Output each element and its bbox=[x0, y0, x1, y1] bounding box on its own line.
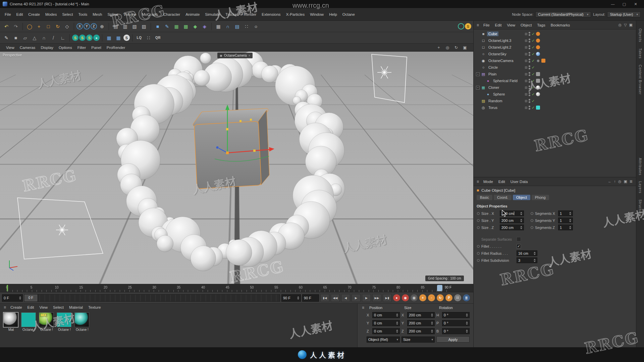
redo-icon[interactable]: ↷ bbox=[11, 22, 20, 31]
material-item[interactable]: Octane ! bbox=[74, 312, 90, 331]
key-pla-toggle[interactable]: ∷ bbox=[454, 294, 461, 301]
spinner-arrows[interactable] bbox=[431, 313, 433, 317]
close-button[interactable]: ✕ bbox=[630, 0, 641, 8]
dots-button[interactable]: ∷ bbox=[242, 22, 251, 31]
object-row-octanelight-2[interactable]: □OctaneLight.2✓ bbox=[474, 44, 636, 51]
coord-value-field[interactable]: 0 ° bbox=[442, 312, 470, 318]
spinner-arrows[interactable] bbox=[534, 259, 536, 262]
spinner-arrows[interactable] bbox=[569, 219, 571, 222]
knife-icon[interactable]: / bbox=[49, 34, 58, 42]
layer-color-chip[interactable] bbox=[525, 80, 527, 82]
cube-icon[interactable]: ■ bbox=[11, 34, 20, 42]
tab-phong[interactable]: Phong bbox=[532, 195, 549, 200]
add-cube-button[interactable]: ■ bbox=[153, 22, 162, 31]
preview-range-marker[interactable] bbox=[437, 285, 442, 291]
menu-edit[interactable]: Edit bbox=[14, 11, 26, 17]
visibility-dots[interactable] bbox=[529, 79, 530, 83]
object-row-plain[interactable]: −▤Plain✓ bbox=[474, 71, 636, 77]
tag-white-sphere[interactable] bbox=[536, 92, 540, 96]
plane-icon[interactable]: ▱ bbox=[21, 34, 30, 42]
spinner-arrows[interactable] bbox=[520, 219, 522, 222]
object-row-octanecamera[interactable]: ◉OctaneCamera✓⊕ bbox=[474, 57, 636, 64]
enabled-check-icon[interactable]: ✓ bbox=[532, 79, 535, 83]
viewport-menu-panel[interactable]: Panel bbox=[89, 45, 104, 51]
material-menu-material[interactable]: Material bbox=[66, 304, 86, 310]
viewport-menu-cameras[interactable]: Cameras bbox=[17, 45, 38, 51]
enabled-check-icon[interactable]: ✓ bbox=[532, 45, 535, 50]
spinner-arrows[interactable] bbox=[466, 313, 468, 317]
search-icon[interactable]: ◎ bbox=[619, 23, 622, 27]
menu-animate[interactable]: Animate bbox=[183, 11, 202, 17]
menu-mesh[interactable]: Mesh bbox=[90, 11, 105, 17]
coord-value-field[interactable]: 0 cm bbox=[372, 328, 400, 334]
object-manager-panel-menu-icon[interactable]: ≡ bbox=[475, 23, 481, 27]
object-name[interactable]: Torus bbox=[487, 105, 499, 110]
animation-dot-icon[interactable] bbox=[477, 252, 480, 255]
layer-color-chip[interactable] bbox=[525, 40, 527, 42]
menu-create[interactable]: Create bbox=[25, 11, 43, 17]
tab-object[interactable]: Object bbox=[513, 195, 530, 200]
spinner-arrows[interactable] bbox=[466, 329, 468, 333]
range-end-field[interactable]: 90 F bbox=[281, 294, 301, 302]
enabled-check-icon[interactable]: ✓ bbox=[532, 106, 535, 110]
size-field[interactable]: 200 cm bbox=[500, 218, 524, 223]
object-row-circle[interactable]: ○Circle✓ bbox=[474, 64, 636, 71]
coord-value-field[interactable]: 200 cm bbox=[407, 312, 435, 318]
object-row-cloner[interactable]: −▦Cloner✓ bbox=[474, 84, 636, 91]
key-position-toggle[interactable]: + bbox=[419, 294, 426, 301]
object-name[interactable]: OctaneLight.3 bbox=[487, 38, 513, 43]
rotate-view-icon[interactable]: ↻ bbox=[453, 45, 459, 50]
octane-s-icon[interactable]: S bbox=[123, 35, 130, 41]
coord-value-field[interactable]: 0 cm bbox=[372, 320, 400, 326]
undo-icon[interactable]: ↶ bbox=[2, 22, 11, 31]
rotate-tool[interactable]: ↻ bbox=[53, 22, 62, 31]
key-parameter-toggle[interactable]: P bbox=[445, 294, 452, 301]
object-name[interactable]: Sphere bbox=[492, 92, 506, 97]
coord-value-field[interactable]: 0 ° bbox=[442, 328, 470, 334]
coord-value-field[interactable]: 200 cm bbox=[407, 320, 435, 326]
material-thumbnail[interactable] bbox=[21, 312, 36, 327]
next-key-button[interactable]: ▶▶ bbox=[372, 294, 381, 302]
animation-dot-icon[interactable] bbox=[531, 219, 533, 222]
panel-tab-takes[interactable]: Takes bbox=[638, 45, 642, 62]
visibility-dots[interactable] bbox=[529, 106, 530, 110]
keyframe-selection-button[interactable]: ▦ bbox=[411, 294, 418, 301]
layer-color-chip[interactable] bbox=[525, 46, 527, 49]
viewport-menu-filter[interactable]: Filter bbox=[75, 45, 89, 51]
perspective-viewport[interactable]: Perspective ◉ OctaneCamera + Grid Spacin… bbox=[0, 52, 473, 284]
coord-value-field[interactable]: 0 ° bbox=[442, 320, 470, 326]
magnet-icon[interactable]: ∩ bbox=[40, 34, 48, 42]
menu-extensions[interactable]: Extensions bbox=[259, 11, 283, 17]
timeline-ruler[interactable]: 051015202530354045505560657075808590 F bbox=[0, 284, 473, 292]
timeline-layout-button[interactable]: ≣ bbox=[463, 294, 470, 301]
coord-size-dropdown[interactable]: Size▾ bbox=[401, 337, 435, 343]
panel-tab-objects[interactable]: Objects bbox=[638, 25, 642, 45]
frame-0-marker[interactable] bbox=[7, 285, 8, 291]
record-keyframe-button[interactable]: ● bbox=[393, 294, 400, 301]
spinner-arrows[interactable] bbox=[569, 226, 571, 229]
object-row-random[interactable]: ▨Random✓ bbox=[474, 98, 636, 104]
fillet-radius-field[interactable]: 16 cm bbox=[517, 250, 537, 256]
expand-toggle[interactable]: − bbox=[476, 86, 480, 89]
effector-button[interactable]: ▩ bbox=[181, 22, 190, 31]
last-tool-icon[interactable]: ◇ bbox=[63, 22, 71, 31]
material-item[interactable]: MIXOctane ! bbox=[39, 312, 54, 331]
panel-tab-structure[interactable]: Structure bbox=[638, 196, 642, 219]
tag-cyan-square[interactable] bbox=[536, 106, 540, 110]
layer-color-chip[interactable] bbox=[525, 100, 527, 102]
spinner-arrows[interactable] bbox=[396, 321, 398, 325]
tag-gray-tag[interactable] bbox=[536, 79, 540, 83]
object-row-cube[interactable]: ■Cube✓ bbox=[474, 31, 636, 37]
octane-object-2-icon[interactable]: S bbox=[79, 35, 86, 41]
tab-coord[interactable]: Coord. bbox=[494, 195, 512, 200]
animation-dot-icon[interactable] bbox=[531, 226, 533, 229]
spline-pen-button[interactable]: ✎ bbox=[163, 22, 171, 31]
simulate-button[interactable]: ◆ bbox=[191, 22, 200, 31]
viewport-menu-view[interactable]: View bbox=[3, 45, 17, 51]
tag-target[interactable]: ⊕ bbox=[536, 59, 540, 63]
visibility-dots[interactable] bbox=[529, 65, 530, 69]
octane-live-icon[interactable] bbox=[458, 23, 464, 29]
corner-icon[interactable]: ∟ bbox=[58, 34, 67, 42]
material-menu-texture[interactable]: Texture bbox=[86, 304, 104, 310]
lock-icon[interactable]: ▣ bbox=[629, 23, 633, 27]
